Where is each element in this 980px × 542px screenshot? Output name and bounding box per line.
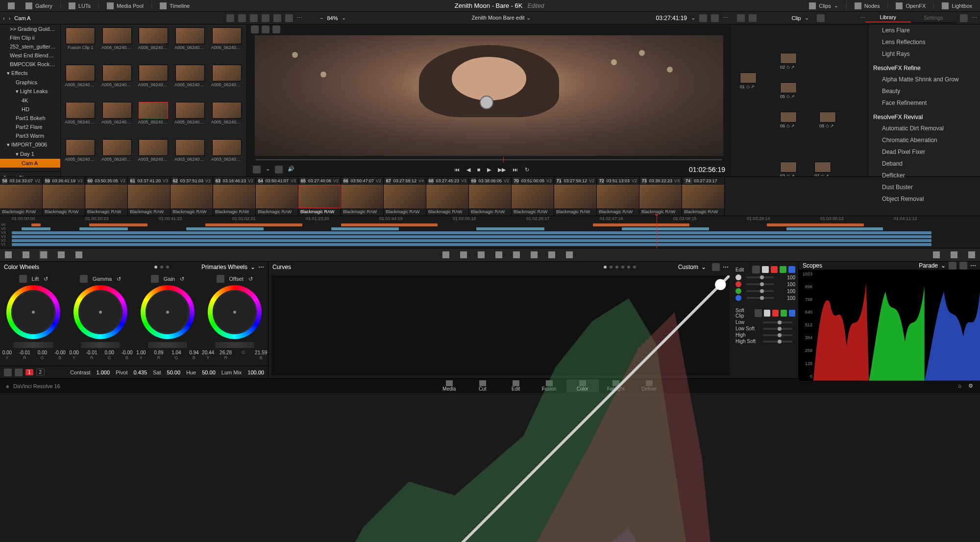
clip-thumb[interactable]: A005_06240401_C… [100,139,134,173]
play-icon[interactable]: ▶ [487,167,491,173]
clips-button[interactable]: Clips⌄ [804,1,843,11]
clip-thumb[interactable]: A006_06240531_C… [137,27,171,62]
bin-item[interactable]: Cam A [0,159,60,168]
grid-view-icon[interactable] [262,14,270,22]
bal-icon[interactable] [80,275,88,283]
wheel-value[interactable]: 0.00 [0,350,13,355]
clip-thumb[interactable]: A005_06240313_C… [173,102,207,136]
search-icon[interactable] [285,14,293,22]
step-back-icon[interactable]: ◀ [466,167,470,173]
clip-thumb[interactable]: Fusion Clip 1 [64,27,98,62]
color-wheel[interactable] [74,285,127,339]
wheel-value[interactable]: 0.94 [188,350,200,355]
keyframes-icon[interactable] [932,250,941,259]
wheel-value[interactable]: 21.59 [255,350,268,355]
bin-item[interactable]: Part1 Bokeh [0,114,60,123]
bin-item[interactable]: Film Clip ii [0,33,60,42]
intensity-slider[interactable] [746,283,774,285]
wheel-value[interactable]: 26.28 [220,350,232,355]
fx-item[interactable]: Chromatic Aberration [868,134,980,146]
sc-y[interactable] [764,310,770,317]
clip-thumb[interactable]: A005_06240334_C… [210,65,244,99]
split-icon[interactable] [262,25,270,33]
jog-wheel[interactable] [148,342,187,348]
page-1[interactable]: 1 [25,369,33,375]
color-match-icon[interactable] [22,250,30,259]
reset-icon[interactable]: ↺ [180,276,184,282]
color-node[interactable] [780,112,797,123]
jog-wheel[interactable] [215,342,254,348]
pointer-icon[interactable] [737,14,745,22]
unmix-icon[interactable] [275,166,283,173]
wheel-value[interactable]: 1.00 [135,350,147,355]
viewer-zoom[interactable]: 84% [327,15,338,21]
key-page-icon[interactable] [530,250,539,259]
reset-icon[interactable]: ↺ [117,276,121,282]
scopes-icon[interactable] [950,250,958,259]
curves-mode[interactable]: Custom [678,264,698,271]
intensity-value[interactable]: 100 [779,282,795,287]
ch-g[interactable] [780,266,786,273]
fx-item[interactable]: Lens Reflections [868,36,980,48]
highlight-icon[interactable] [272,25,280,33]
channel-swatch[interactable] [735,295,741,301]
master-timecode[interactable]: 03:27:41:19 [656,15,687,22]
dot-icon[interactable] [238,14,246,22]
bin-item[interactable]: >> Grading Guide… [0,25,60,33]
layout2-icon[interactable] [959,262,967,270]
qualifier-page-icon[interactable] [459,250,468,259]
clip-thumb[interactable]: A006_06240520_C… [210,27,244,62]
timeline-button[interactable]: Timeline [155,1,195,11]
node-graph[interactable]: 01 ◇ ↗02 ◇ ↗05 ◇ ↗06 ◇ ↗08 ◇ ↗03 ◇ ↗07 ◇… [731,25,868,176]
clip-strip-item[interactable]: 6603:50:47:07V2Blackmagic RAW [341,177,384,216]
intensity-value[interactable]: 100 [779,289,795,294]
wheel-value[interactable]: -0.00 [121,350,133,355]
more-icon[interactable]: ⋯ [723,264,729,271]
more-icon[interactable]: ⋯ [258,264,264,271]
intensity-value[interactable]: 100 [779,296,795,301]
clip-thumb[interactable]: A005_06240512_C… [100,65,134,99]
clip-thumb[interactable]: A006_06240533_C… [100,27,134,62]
channel-swatch[interactable] [735,274,741,280]
clip-strip-item[interactable]: 6403:50:41:07V3Blackmagic RAW [256,177,298,216]
tab-library[interactable]: Library [865,13,911,23]
more-icon[interactable]: ⋯ [860,15,865,21]
clip-strip-item[interactable]: 6703:27:58:12V4Blackmagic RAW [384,177,426,216]
wheel-value[interactable]: 1.04 [170,350,183,355]
dot2-icon[interactable] [817,14,825,22]
channel-swatch[interactable] [735,281,741,287]
clip-thumb[interactable]: A003_06240347_C… [173,139,207,173]
sc-g[interactable] [781,310,787,317]
clip-strip-item[interactable]: 5903:26:41:19V2Blackmagic RAW [43,177,85,216]
bin-folder[interactable]: ▾ Effects [0,69,60,78]
clip-thumb[interactable]: A003_06240347_C… [210,139,244,173]
bin-item[interactable]: 252_stem_gutter-… [0,42,60,51]
motion-icon[interactable] [74,250,83,259]
clip-thumb[interactable]: A005_06240313_C… [137,102,171,136]
viewer-scrub[interactable] [256,157,722,163]
rgb-mixer-icon[interactable] [57,250,66,259]
mini-timeline[interactable]: V6V5V4V3V2V1 01:00:00:0001:00:20:2301:00… [0,216,980,248]
clip-strip-item[interactable]: 6303:16:46:23V2Blackmagic RAW [213,177,256,216]
clip-thumb[interactable]: A005_06240347_C… [137,65,171,99]
layout1-icon[interactable] [949,262,956,270]
chevron-down-icon[interactable]: ⌄ [691,15,695,21]
intensity-slider[interactable] [746,276,774,278]
camera-raw-icon[interactable] [4,250,13,259]
clip-thumb[interactable]: A005_06240520_C… [64,65,98,99]
render-cache-icon[interactable] [699,14,707,22]
clip-strip-item[interactable]: 7103:27:58:12V2Blackmagic RAW [554,177,597,216]
home-icon[interactable]: ⌂ [958,383,961,389]
window-page-icon[interactable] [477,250,486,259]
clip-strip-item[interactable]: 7003:51:00:05V2Blackmagic RAW [512,177,554,216]
lightbox-button[interactable]: Lightbox [937,1,977,11]
back-icon[interactable]: ‹ [3,15,5,21]
luts-button[interactable]: LUTs [64,1,96,11]
speaker-icon[interactable]: 🔊 [288,166,294,173]
fx-item[interactable]: Face Refinement [868,97,980,109]
color-node[interactable] [780,53,797,64]
wheel-value[interactable]: -0.01 [18,350,31,355]
softclip-slider[interactable] [763,328,792,330]
clip-thumb[interactable]: A005_06240324_C… [64,102,98,136]
sizing-page-icon[interactable] [547,250,556,259]
